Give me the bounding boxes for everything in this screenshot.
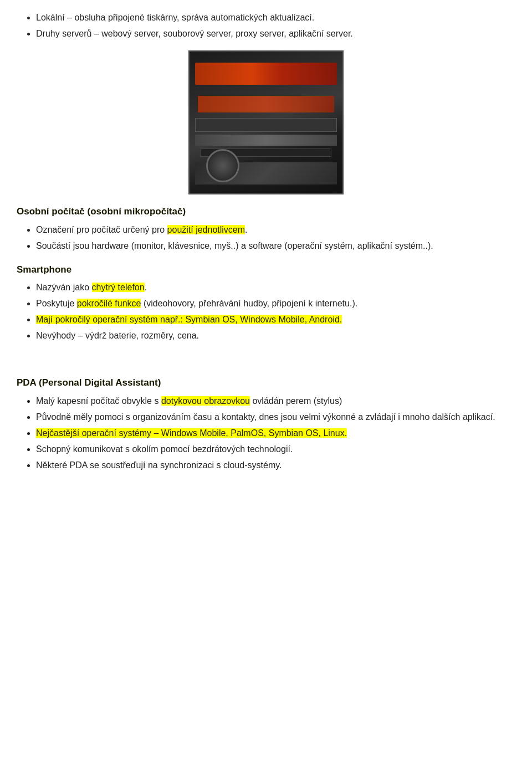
intro-bullet-2: Druhy serverů – webový server, souborový…	[36, 27, 515, 40]
smartphone-bullet-3: Mají pokročilý operační systém např.: Sy…	[36, 313, 515, 326]
smartphone-section: Smartphone Nazýván jako chytrý telefon. …	[17, 263, 515, 343]
pda-section: PDA (Personal Digital Assistant) Malý ka…	[17, 376, 515, 472]
intro-bullets-list: Lokální – obsluha připojené tiskárny, sp…	[17, 11, 515, 40]
pda-bullet-4: Schopný komunikovat s okolím pomocí bezd…	[36, 443, 515, 456]
intro-bullet-1: Lokální – obsluha připojené tiskárny, sp…	[36, 11, 515, 24]
pda-bullet-5: Některé PDA se soustřeďují na synchroniz…	[36, 459, 515, 472]
pda-heading-text: PDA (Personal Digital Assistant)	[17, 377, 161, 388]
pda-bullet-5-text: Některé PDA se soustřeďují na synchroniz…	[36, 460, 282, 470]
server-image	[188, 50, 344, 194]
server-image-container	[17, 50, 515, 194]
pc-bullet-1: Označení pro počítač určený pro použití …	[36, 223, 515, 237]
pda-list: Malý kapesní počítač obvykle s dotykovou…	[17, 394, 515, 472]
smartphone-bullet-4: Nevýhody – výdrž baterie, rozměry, cena.	[36, 329, 515, 342]
pda-bullet-4-text: Schopný komunikovat s okolím pomocí bezd…	[36, 444, 293, 454]
intro-bullet-2-text: Druhy serverů – webový server, souborový…	[36, 29, 353, 38]
personal-computer-section: Osobní počítač (osobní mikropočítač) Ozn…	[17, 204, 515, 253]
pc-bullet-2-text: Součástí jsou hardware (monitor, klávesn…	[36, 241, 433, 250]
smartphone-bullet-4-text: Nevýhody – výdrž baterie, rozměry, cena.	[36, 331, 199, 340]
personal-computer-heading-text: Osobní počítač (osobní mikropočítač)	[17, 206, 186, 217]
smartphone-bullet-3-highlighted: Mají pokročilý operační systém např.: Sy…	[36, 315, 342, 324]
smartphone-heading: Smartphone	[17, 263, 515, 277]
personal-computer-list: Označení pro počítač určený pro použití …	[17, 223, 515, 253]
server-detail-bar-1	[195, 118, 337, 132]
intro-bullet-1-text: Lokální – obsluha připojené tiskárny, sp…	[36, 13, 314, 22]
smartphone-highlight-1: chytrý telefon	[92, 283, 145, 292]
server-detail-bar-2	[195, 135, 337, 146]
pc-highlight-1: použití jednotlivcem	[167, 225, 245, 234]
pda-highlight-1: dotykovou obrazovkou	[161, 396, 250, 406]
server-detail-circle	[206, 149, 239, 182]
pda-bullet-2: Původně měly pomoci s organizováním času…	[36, 411, 515, 424]
pda-bullet-1: Malý kapesní počítač obvykle s dotykovou…	[36, 394, 515, 408]
pda-heading: PDA (Personal Digital Assistant)	[17, 376, 515, 390]
smartphone-list: Nazýván jako chytrý telefon. Poskytuje p…	[17, 281, 515, 342]
pda-bullet-3-highlighted: Nejčastější operační systémy – Windows M…	[36, 428, 347, 438]
pda-bullet-3: Nejčastější operační systémy – Windows M…	[36, 427, 515, 440]
smartphone-bullet-1: Nazýván jako chytrý telefon.	[36, 281, 515, 294]
smartphone-bullet-2: Poskytuje pokročilé funkce (videohovory,…	[36, 297, 515, 310]
pda-bullet-2-text: Původně měly pomoci s organizováním času…	[36, 412, 495, 422]
smartphone-highlight-2: pokročilé funkce	[77, 299, 141, 308]
personal-computer-heading: Osobní počítač (osobní mikropočítač)	[17, 204, 515, 219]
pc-bullet-2: Součástí jsou hardware (monitor, klávesn…	[36, 239, 515, 253]
smartphone-heading-text: Smartphone	[17, 264, 71, 275]
